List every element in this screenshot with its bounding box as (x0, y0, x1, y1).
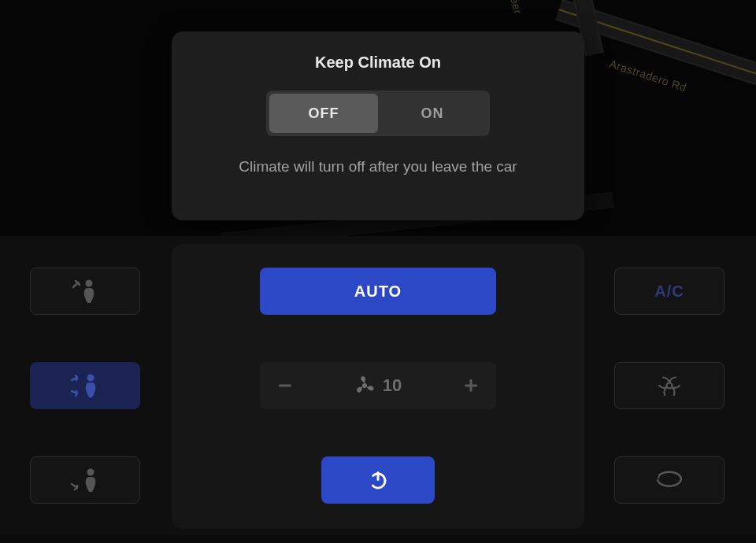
keep-climate-toggle: OFF ON (266, 90, 490, 136)
svg-point-0 (86, 280, 93, 287)
airflow-face-icon (67, 278, 103, 305)
climate-panel: A/C AUTO (0, 236, 756, 535)
airflow-face-feet-icon (67, 372, 103, 399)
popup-description: Climate will turn off after you leave th… (239, 158, 517, 175)
airflow-face-feet-button[interactable] (30, 362, 140, 409)
keep-climate-off-button[interactable]: OFF (269, 94, 378, 133)
auto-button[interactable]: AUTO (260, 268, 496, 315)
climate-power-button[interactable] (321, 456, 435, 504)
airflow-face-button[interactable] (30, 268, 140, 315)
airflow-feet-button[interactable] (30, 456, 140, 504)
biohazard-icon (654, 371, 684, 401)
fan-speed-value: 10 (383, 375, 402, 396)
ac-label: A/C (654, 283, 684, 301)
fan-decrease-button[interactable] (269, 370, 301, 401)
ac-button[interactable]: A/C (614, 268, 724, 315)
fan-speed-control: 10 (260, 362, 496, 409)
minus-icon (276, 377, 294, 394)
svg-point-5 (362, 383, 367, 388)
popup-title: Keep Climate On (315, 54, 441, 72)
svg-rect-7 (470, 379, 472, 392)
svg-point-1 (87, 375, 94, 382)
svg-rect-9 (377, 471, 380, 481)
recirculate-icon (653, 470, 686, 490)
airflow-feet-icon (67, 467, 103, 493)
fan-increase-button[interactable] (455, 370, 487, 401)
keep-climate-on-button[interactable]: ON (378, 94, 487, 133)
power-icon (367, 469, 389, 491)
auto-label: AUTO (354, 283, 402, 301)
svg-point-2 (87, 469, 94, 476)
fan-speed-display: 10 (354, 375, 402, 396)
fan-icon (354, 375, 375, 396)
climate-center-card: AUTO 10 (172, 244, 584, 529)
keep-climate-popup: Keep Climate On OFF ON Climate will turn… (172, 31, 584, 220)
svg-rect-4 (279, 385, 291, 387)
plus-icon (462, 377, 480, 394)
biohazard-button[interactable] (614, 362, 724, 409)
recirculate-button[interactable] (614, 456, 724, 504)
